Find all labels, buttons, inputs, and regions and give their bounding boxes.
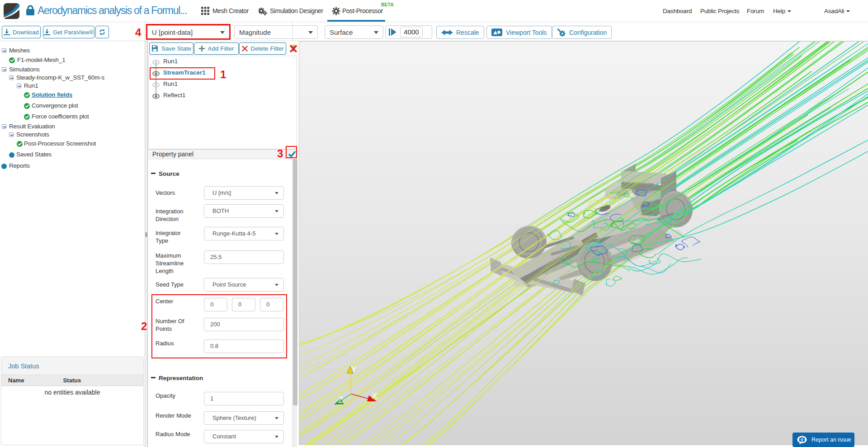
svg-text:Z: Z [338, 395, 344, 405]
svg-text:X: X [372, 391, 377, 400]
svg-text:Y: Y [351, 364, 357, 374]
